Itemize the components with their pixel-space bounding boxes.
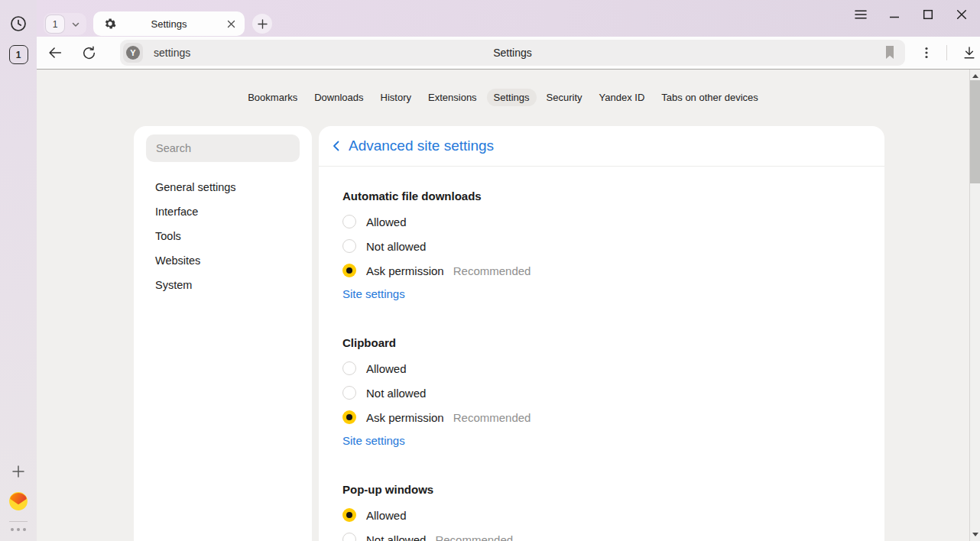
minimize-window-icon[interactable] bbox=[888, 8, 900, 21]
history-icon[interactable] bbox=[9, 15, 28, 33]
chevron-down-icon[interactable] bbox=[67, 15, 85, 34]
page-title: Settings bbox=[120, 47, 905, 59]
radio-selected-icon[interactable] bbox=[342, 264, 356, 277]
radio-label: Not allowed bbox=[366, 533, 426, 541]
search-input[interactable] bbox=[156, 142, 278, 154]
radio-unselected-icon[interactable] bbox=[342, 239, 356, 253]
section-pop-up-windows: Pop-up windowsAllowedNot allowedRecommen… bbox=[342, 484, 884, 541]
recommended-note: Recommended bbox=[453, 411, 531, 424]
radio-option-not-allowed[interactable]: Not allowedRecommended bbox=[342, 527, 884, 541]
address-bar[interactable]: Y settings Settings bbox=[120, 40, 905, 66]
maximize-window-icon[interactable] bbox=[922, 8, 934, 21]
nav-item-bookmarks[interactable]: Bookmarks bbox=[241, 89, 304, 106]
tab-group-control[interactable]: 1 bbox=[44, 13, 86, 35]
radio-unselected-icon[interactable] bbox=[342, 386, 356, 400]
scrollbar-thumb[interactable] bbox=[970, 80, 980, 183]
radio-option-ask-permission[interactable]: Ask permissionRecommended bbox=[342, 258, 884, 283]
radio-option-ask-permission[interactable]: Ask permissionRecommended bbox=[342, 405, 884, 429]
new-tab-button[interactable] bbox=[252, 14, 272, 34]
add-panel-icon[interactable] bbox=[11, 465, 25, 478]
nav-item-yandex-id[interactable]: Yandex ID bbox=[592, 89, 652, 106]
radio-option-allowed[interactable]: Allowed bbox=[342, 503, 884, 527]
close-tab-icon[interactable] bbox=[225, 18, 237, 30]
sidebar-item-system[interactable]: System bbox=[134, 273, 312, 297]
tab-strip: 1 Settings bbox=[37, 0, 980, 37]
sidebar-item-tools[interactable]: Tools bbox=[134, 224, 312, 248]
radio-selected-icon[interactable] bbox=[342, 508, 356, 522]
tab-count-icon[interactable]: 1 bbox=[9, 45, 28, 64]
section-heading: Pop-up windows bbox=[342, 484, 884, 496]
nav-item-history[interactable]: History bbox=[374, 89, 418, 106]
nav-item-security[interactable]: Security bbox=[540, 89, 589, 106]
reload-icon[interactable] bbox=[79, 42, 100, 63]
downloads-icon[interactable] bbox=[959, 42, 980, 63]
nav-item-extensions[interactable]: Extensions bbox=[421, 89, 484, 106]
nav-item-downloads[interactable]: Downloads bbox=[307, 89, 370, 106]
sidebar-item-websites[interactable]: Websites bbox=[134, 248, 312, 273]
section-heading: Clipboard bbox=[342, 337, 884, 349]
section-heading: Automatic file downloads bbox=[342, 190, 884, 202]
section-automatic-file-downloads: Automatic file downloadsAllowedNot allow… bbox=[342, 190, 884, 302]
settings-page: BookmarksDownloadsHistoryExtensionsSetti… bbox=[37, 70, 969, 541]
browser-menu-icon[interactable] bbox=[855, 8, 867, 21]
nav-item-settings[interactable]: Settings bbox=[487, 89, 537, 106]
radio-label: Not allowed bbox=[366, 387, 426, 400]
radio-option-allowed[interactable]: Allowed bbox=[342, 209, 884, 234]
radio-option-not-allowed[interactable]: Not allowed bbox=[342, 381, 884, 405]
advanced-site-settings-panel: Advanced site settings Automatic file do… bbox=[319, 126, 884, 541]
active-tab-settings[interactable]: Settings bbox=[93, 11, 245, 36]
tab-group-count-badge[interactable]: 1 bbox=[45, 15, 65, 34]
toolbar-divider bbox=[946, 45, 947, 60]
radio-label: Not allowed bbox=[366, 240, 426, 253]
radio-label: Allowed bbox=[366, 215, 407, 228]
settings-sidebar: General settingsInterfaceToolsWebsitesSy… bbox=[134, 126, 312, 541]
site-settings-link[interactable]: Site settings bbox=[342, 287, 405, 302]
radio-unselected-icon[interactable] bbox=[342, 215, 356, 228]
page-scrollbar[interactable] bbox=[969, 70, 980, 541]
recommended-note: Recommended bbox=[435, 533, 513, 541]
rail-divider bbox=[9, 521, 28, 522]
radio-label: Ask permission bbox=[366, 411, 444, 424]
site-settings-link[interactable]: Site settings bbox=[342, 433, 405, 449]
radio-selected-icon[interactable] bbox=[342, 410, 356, 424]
section-clipboard: ClipboardAllowedNot allowedAsk permissio… bbox=[342, 337, 884, 449]
panel-header: Advanced site settings bbox=[319, 126, 884, 167]
tab-title: Settings bbox=[93, 18, 245, 30]
radio-label: Allowed bbox=[366, 362, 407, 375]
yandex-mail-icon[interactable] bbox=[8, 491, 28, 511]
bookmark-icon[interactable] bbox=[884, 45, 896, 60]
browser-toolbar: Y settings Settings bbox=[37, 37, 980, 70]
settings-top-nav: BookmarksDownloadsHistoryExtensionsSetti… bbox=[37, 89, 969, 106]
scroll-up-icon[interactable] bbox=[972, 74, 978, 78]
more-actions-icon[interactable] bbox=[916, 42, 937, 63]
browser-side-rail: 1 bbox=[0, 0, 37, 541]
close-window-icon[interactable] bbox=[956, 8, 968, 21]
radio-unselected-icon[interactable] bbox=[342, 533, 356, 541]
radio-label: Allowed bbox=[366, 509, 407, 522]
recommended-note: Recommended bbox=[453, 264, 531, 277]
more-panels-icon[interactable] bbox=[11, 528, 26, 531]
radio-unselected-icon[interactable] bbox=[342, 361, 356, 375]
sidebar-item-interface[interactable]: Interface bbox=[134, 199, 312, 224]
scroll-down-icon[interactable] bbox=[972, 533, 978, 536]
panel-title[interactable]: Advanced site settings bbox=[349, 138, 494, 154]
radio-option-not-allowed[interactable]: Not allowed bbox=[342, 234, 884, 258]
nav-item-tabs-on-other-devices[interactable]: Tabs on other devices bbox=[654, 89, 764, 106]
back-icon[interactable] bbox=[44, 42, 66, 63]
radio-label: Ask permission bbox=[366, 264, 444, 277]
chevron-left-icon[interactable] bbox=[329, 139, 343, 153]
sidebar-item-general-settings[interactable]: General settings bbox=[134, 175, 312, 199]
radio-option-allowed[interactable]: Allowed bbox=[342, 356, 884, 381]
search-box[interactable] bbox=[146, 134, 300, 162]
